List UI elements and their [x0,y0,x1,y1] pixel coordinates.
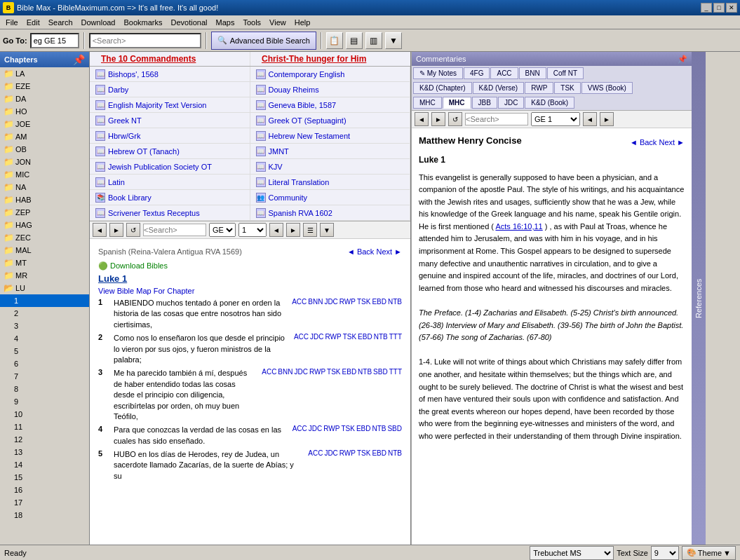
list-item[interactable]: 7 [0,370,89,383]
list-item[interactable]: 📖 KJV [250,159,411,175]
references-tab[interactable]: References [692,52,706,545]
jdc-link[interactable]: JDC [310,333,323,365]
list-item[interactable]: 📁MAL [0,244,89,257]
comm-book-select[interactable]: GE 1 [531,112,580,126]
menu-view[interactable]: View [265,17,290,28]
jdc-link[interactable]: JDC [324,449,337,482]
list-item[interactable]: 3 [0,320,89,332]
menu-search[interactable]: Search [44,17,77,28]
menu-file[interactable]: File [1,17,22,28]
font-name-select[interactable]: Trebuchet MS [530,546,614,560]
rwp-link[interactable]: RWP [309,368,325,422]
tsk-link[interactable]: TSK [357,449,370,482]
tab-tsk[interactable]: TSK [554,82,580,94]
ntb-link[interactable]: NTB [388,298,402,330]
theme-button[interactable]: 🎨 Theme ▼ [682,546,736,560]
book-title[interactable]: Luke 1 [98,273,127,284]
comm-prev-btn[interactable]: ◄ [583,112,597,126]
tab-jdc[interactable]: JDC [498,97,524,109]
list-item[interactable]: 📁ZEP [0,206,89,219]
list-item[interactable]: 14 [0,458,89,471]
list-item[interactable]: 📁AM [0,130,89,143]
maximize-button[interactable]: □ [713,3,725,13]
tsk-link[interactable]: TSK [357,298,370,330]
commentary-pin[interactable]: 📌 [678,55,687,64]
acts-link[interactable]: Acts 16:10,11 [495,222,542,231]
tab-rwp[interactable]: RWP [525,82,553,94]
tab-acc[interactable]: ACC [490,67,518,79]
search-input[interactable] [89,33,201,48]
list-item[interactable]: 📖 Greek NT [90,113,250,128]
ntb-link[interactable]: NTB [388,449,402,482]
bnn-link[interactable]: BNN [278,368,292,422]
list-item[interactable]: 📖 Greek OT (Septuagint) [250,113,411,128]
tab-kd-verse[interactable]: K&D (Verse) [473,82,525,94]
tab-jbb[interactable]: JBB [472,97,497,109]
layout2-button[interactable]: ▥ [365,32,382,49]
jdc-link[interactable]: JDC [309,425,322,446]
list-item[interactable]: 5 [0,345,89,357]
chapters-pin[interactable]: 📌 [73,54,85,65]
list-item[interactable]: 4 [0,332,89,345]
tab-kd-chapter[interactable]: K&D (Chapter) [413,82,472,94]
book-select[interactable]: GE [209,223,236,237]
sbd-link[interactable]: SBD [387,425,402,446]
list-item[interactable]: 📖 Spanish RVA 1602 [250,205,411,221]
back-link[interactable]: ◄ Back [347,247,374,256]
acc-link[interactable]: ACC [292,298,307,330]
rwp-link[interactable]: RWP [325,333,342,365]
list-item[interactable]: 📁LA [0,67,89,80]
view-map-link[interactable]: View Bible Map For Chapter [98,287,194,295]
tsk-link[interactable]: TSK [327,368,340,422]
bible-list-btn[interactable]: ☰ [303,223,317,237]
list-item[interactable]: 8 [0,383,89,395]
list-item[interactable]: 📁MR [0,269,89,282]
list-item[interactable]: 1 [0,294,89,307]
minimize-button[interactable]: _ [701,3,712,13]
ebd-link[interactable]: EBD [342,368,357,422]
jdc-link[interactable]: JDC [294,368,307,422]
list-item[interactable]: 📖 Scrivener Textus Receptus [90,205,250,221]
version-title-2[interactable]: Christ-The hunger for Him [256,52,372,67]
list-item[interactable]: 📖 Geneva Bible, 1587 [250,97,411,113]
list-item[interactable]: 6 [0,357,89,370]
chapter-select[interactable]: 1 [238,223,267,237]
rwp-link[interactable]: RWP [339,449,356,482]
list-item[interactable]: 2 [0,307,89,320]
tsk-link[interactable]: TSK [343,333,356,365]
list-item[interactable]: 📁HAB [0,193,89,206]
list-item[interactable]: 📖 Hbrw/Grk [90,128,250,144]
list-item[interactable]: 📖 Latin [90,175,250,190]
menu-tools[interactable]: Tools [238,17,265,28]
book-library-item[interactable]: 📚 Book Library [90,190,250,205]
tsk-link[interactable]: TSK [341,425,354,446]
tab-mhc-1[interactable]: MHC [413,97,442,109]
tab-bnn[interactable]: BNN [519,67,546,79]
advanced-search-button[interactable]: 🔍 Advanced Bible Search [211,32,316,50]
list-item[interactable]: 📖 Hebrew New Testament [250,128,411,144]
list-item[interactable]: 📁DA [0,93,89,105]
layout1-button[interactable]: ▤ [346,32,363,49]
list-item[interactable]: 📁EZE [0,80,89,93]
bible-prev-chapter[interactable]: ◄ [269,223,283,237]
list-item[interactable]: 9 [0,395,89,408]
comm-search-input[interactable] [465,113,528,125]
ntb-link[interactable]: NTB [372,425,386,446]
acc-link[interactable]: ACC [294,333,309,365]
list-item[interactable]: 📖 Bishops', 1568 [90,67,250,82]
bnn-link[interactable]: BNN [308,298,323,330]
list-item[interactable]: 📖 Darby [90,82,250,97]
comm-refresh-btn[interactable]: ↺ [448,112,462,126]
list-item[interactable]: 📖 Jewish Publication Society OT [90,159,250,175]
menu-help[interactable]: Help [290,17,315,28]
menu-devotional[interactable]: Devotional [167,17,212,28]
bible-search-input[interactable] [143,224,206,236]
ttt-link[interactable]: TTT [389,333,402,365]
layout3-button[interactable]: ▼ [385,32,402,49]
list-item[interactable]: 📖 English Majority Text Version [90,97,250,113]
tab-kd-book[interactable]: K&D (Book) [525,97,574,109]
list-item[interactable]: 📖 Douay Rheims [250,82,411,97]
list-item[interactable]: 18 [0,509,89,521]
list-item[interactable]: 📁HAG [0,219,89,231]
list-item[interactable]: 📁ZEC [0,231,89,244]
